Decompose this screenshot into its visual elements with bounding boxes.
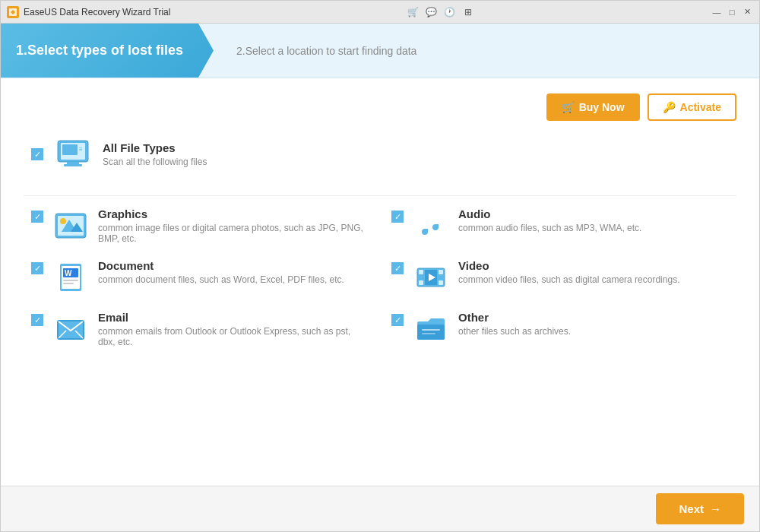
buy-now-button[interactable]: 🛒 Buy Now [546, 93, 640, 121]
file-type-item-graphics: ✓ Graphics common image files or digital… [31, 207, 369, 244]
svg-rect-28 [422, 329, 440, 331]
step1-label: 1.Select types of lost files [16, 43, 183, 59]
audio-desc: common audio files, such as MP3, WMA, et… [458, 223, 641, 233]
graphics-info: Graphics common image files or digital c… [98, 207, 369, 244]
title-bar-left: EaseUS Data Recovery Wizard Trial [7, 6, 170, 18]
all-file-types-title: All File Types [103, 141, 207, 154]
file-type-item-audio: ✓ Audio common audio files, such as MP3,… [391, 207, 729, 244]
audio-checkbox[interactable]: ✓ [391, 211, 404, 223]
graphics-icon [52, 207, 89, 244]
app-icon [7, 6, 19, 18]
other-title: Other [458, 311, 571, 324]
svg-rect-17 [63, 283, 74, 284]
chat-icon[interactable]: 💬 [426, 6, 438, 18]
all-file-types-desc: Scan all the following files [103, 157, 207, 167]
main-content: 🛒 Buy Now 🔑 Activate ✓ ≡ All File Types [1, 78, 759, 486]
email-info: Email common emails from Outlook or Outl… [98, 311, 369, 347]
svg-rect-21 [439, 270, 443, 274]
activate-button[interactable]: 🔑 Activate [648, 93, 736, 121]
cart-icon-btn: 🛒 [562, 101, 575, 113]
buttons-row: 🛒 Buy Now 🔑 Activate [24, 93, 736, 121]
key-icon: 🔑 [663, 101, 676, 113]
title-bar-controls[interactable]: — □ ✕ [711, 6, 753, 18]
other-icon [413, 311, 449, 347]
graphics-checkbox[interactable]: ✓ [31, 211, 43, 223]
wizard-header: 1.Select types of lost files 2.Select a … [1, 24, 759, 78]
svg-rect-22 [439, 280, 443, 285]
all-file-types-row: ✓ ≡ All File Types Scan all the followin… [24, 136, 736, 173]
video-desc: common video files, such as digital came… [458, 274, 679, 285]
file-types-grid: ✓ Graphics common image files or digital… [24, 207, 736, 347]
other-checkbox[interactable]: ✓ [391, 314, 404, 326]
close-button[interactable]: ✕ [741, 6, 753, 18]
svg-point-11 [60, 218, 66, 224]
other-desc: other files such as archives. [458, 326, 571, 337]
video-info: Video common video files, such as digita… [458, 259, 679, 285]
graphics-desc: common image files or digital camera pho… [98, 223, 369, 244]
svg-text:W: W [65, 269, 72, 277]
svg-text:≡: ≡ [79, 146, 83, 153]
email-desc: common emails from Outlook or Outlook Ex… [98, 326, 369, 347]
step2-inactive: 2.Select a location to start finding dat… [214, 24, 759, 78]
video-title: Video [458, 259, 679, 272]
file-type-item-email: ✓ Email common emails from Outlook or Ou… [31, 311, 369, 347]
file-type-item-other: ✓ Other other files such as archives. [391, 311, 729, 347]
step2-label: 2.Select a location to start finding dat… [236, 45, 416, 57]
video-checkbox[interactable]: ✓ [391, 262, 404, 274]
cart-icon[interactable]: 🛒 [407, 6, 420, 18]
svg-rect-27 [417, 325, 445, 340]
video-icon [413, 259, 449, 296]
email-checkbox[interactable]: ✓ [31, 314, 43, 326]
step1-active: 1.Select types of lost files [1, 24, 214, 78]
svg-rect-16 [63, 280, 78, 281]
clock-icon[interactable]: 🕐 [444, 6, 456, 18]
graphics-title: Graphics [98, 207, 369, 220]
audio-info: Audio common audio files, such as MP3, W… [458, 207, 641, 233]
svg-rect-3 [67, 162, 79, 164]
title-bar-icons: 🛒 💬 🕐 ⊞ [407, 6, 474, 18]
document-icon: W [52, 259, 89, 296]
all-file-types-info: All File Types Scan all the following fi… [103, 141, 207, 167]
minimize-button[interactable]: — [711, 6, 723, 18]
document-info: Document common document files, such as … [98, 259, 344, 285]
audio-icon [413, 207, 449, 244]
audio-title: Audio [458, 207, 641, 220]
email-icon [52, 311, 89, 347]
document-title: Document [98, 259, 344, 272]
divider [24, 195, 736, 196]
document-checkbox[interactable]: ✓ [31, 262, 43, 274]
maximize-button[interactable]: □ [726, 6, 738, 18]
svg-rect-20 [419, 280, 423, 285]
other-info: Other other files such as archives. [458, 311, 571, 337]
file-type-item-document: ✓ W Document common document files, such… [31, 259, 369, 296]
all-file-types-icon: ≡ [55, 136, 91, 173]
grid-icon[interactable]: ⊞ [462, 6, 474, 18]
svg-rect-4 [64, 164, 82, 166]
all-file-types-checkbox[interactable]: ✓ [31, 148, 43, 160]
title-bar: EaseUS Data Recovery Wizard Trial 🛒 💬 🕐 … [1, 1, 759, 24]
svg-rect-29 [422, 333, 435, 334]
document-desc: common document files, such as Word, Exc… [98, 274, 344, 285]
svg-rect-5 [62, 144, 78, 155]
next-arrow-icon: → [710, 502, 721, 515]
svg-rect-19 [419, 270, 423, 274]
file-type-item-video: ✓ Video common video files, such as digi… [391, 259, 729, 296]
next-button[interactable]: Next → [656, 493, 744, 524]
email-title: Email [98, 311, 369, 324]
title-bar-text: EaseUS Data Recovery Wizard Trial [24, 7, 170, 17]
footer: Next → [1, 486, 759, 531]
